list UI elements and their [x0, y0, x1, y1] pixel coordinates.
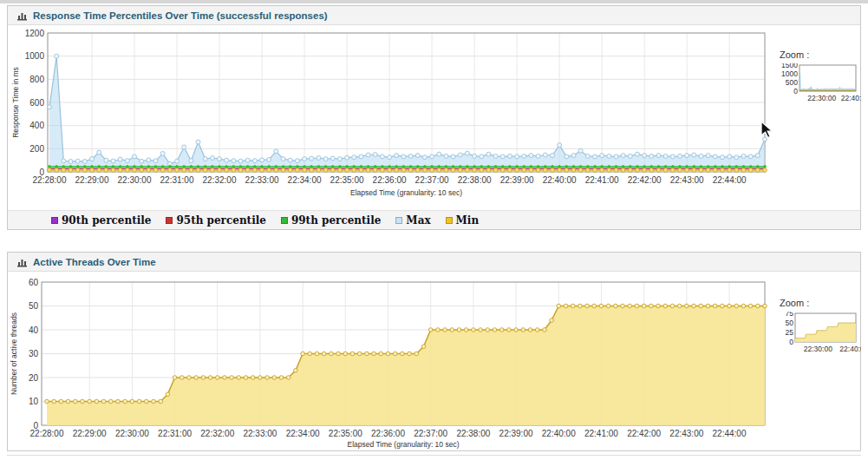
data-point — [161, 166, 164, 168]
data-point — [699, 154, 703, 158]
data-point — [372, 352, 376, 356]
data-point — [367, 166, 369, 168]
response-time-panel-header[interactable]: Response Time Percentiles Over Time (suc… — [8, 6, 860, 25]
data-point — [189, 168, 193, 173]
data-point — [223, 376, 227, 380]
data-point — [621, 304, 625, 308]
x-axis-title: Elapsed Time (granularity: 10 sec) — [348, 440, 460, 449]
data-point — [755, 154, 760, 158]
data-point — [509, 166, 512, 168]
legend-swatch — [166, 217, 173, 224]
data-point — [415, 154, 420, 158]
data-point — [508, 168, 512, 173]
data-point — [339, 166, 342, 168]
legend-swatch — [446, 217, 453, 224]
data-point — [353, 166, 356, 168]
minimap-x-label: 22:40:00 — [841, 94, 861, 102]
data-point — [685, 168, 689, 173]
data-point — [564, 304, 568, 308]
data-point — [693, 166, 695, 168]
data-point — [480, 166, 483, 168]
data-point — [664, 166, 667, 168]
response-time-chart[interactable]: 02004006008001000120022:28:0022:29:0022:… — [8, 25, 862, 212]
data-point — [586, 166, 589, 168]
data-point — [373, 153, 377, 157]
data-point — [600, 154, 604, 158]
x-tick-label: 22:34:00 — [288, 175, 322, 185]
data-point — [218, 157, 222, 161]
data-point — [159, 399, 163, 404]
data-point — [741, 168, 746, 173]
legend-label: 95th percentile — [176, 214, 265, 227]
data-point — [401, 154, 406, 159]
active-threads-chart[interactable]: 010203040506022:28:0022:29:0022:30:0022:… — [8, 272, 862, 452]
data-point — [288, 168, 292, 173]
legend-item-95th-percentile[interactable]: 95th percentile — [166, 214, 265, 227]
minimap-y-label: 0 — [789, 338, 793, 346]
data-point — [196, 140, 200, 144]
data-point — [82, 160, 87, 164]
data-point — [76, 166, 79, 168]
data-point — [544, 166, 546, 168]
series-area-Threads — [47, 306, 765, 426]
data-point — [366, 153, 370, 157]
data-point — [401, 352, 405, 356]
legend-item-99th-percentile[interactable]: 99th percentile — [281, 214, 381, 227]
active-threads-panel-header[interactable]: Active Threads Over Time — [8, 253, 860, 272]
legend-item-90th-percentile[interactable]: 90th percentile — [51, 214, 151, 227]
data-point — [643, 168, 647, 173]
data-point — [126, 168, 130, 173]
data-point — [749, 166, 752, 168]
data-point — [153, 159, 158, 163]
data-point — [671, 168, 675, 173]
data-point — [450, 328, 454, 332]
data-point — [350, 352, 355, 356]
data-point — [189, 159, 193, 163]
data-point — [105, 166, 108, 168]
zoom-minimap-response[interactable]: 05001000150022:30:0022:40:00 — [769, 63, 861, 108]
data-point — [154, 166, 157, 168]
data-point — [90, 168, 95, 173]
data-point — [147, 166, 150, 168]
minimap-y-label: 50 — [786, 319, 794, 327]
data-point — [388, 166, 391, 168]
data-point — [401, 168, 406, 173]
panel-title: Active Threads Over Time — [33, 257, 156, 267]
data-point — [430, 154, 434, 159]
data-point — [464, 328, 468, 332]
data-point — [558, 168, 562, 173]
data-point — [741, 154, 746, 158]
data-point — [614, 154, 618, 159]
minimap-y-label: 1500 — [781, 63, 798, 69]
data-point — [536, 154, 540, 158]
x-tick-label: 22:38:00 — [456, 429, 490, 438]
data-point — [346, 166, 349, 168]
data-point — [118, 157, 122, 161]
legend-item-max[interactable]: Max — [395, 214, 430, 227]
data-point — [211, 168, 215, 173]
data-point — [261, 166, 264, 168]
data-point — [437, 152, 441, 156]
data-point — [628, 154, 632, 158]
data-point — [721, 304, 725, 308]
data-point — [657, 166, 660, 168]
x-tick-label: 22:36:00 — [373, 175, 407, 185]
data-point — [97, 168, 101, 173]
x-tick-label: 22:44:00 — [713, 429, 747, 438]
data-point — [459, 168, 463, 173]
chart-legend: 90th percentile95th percentile99th perce… — [8, 210, 860, 229]
zoom-minimap-threads[interactable]: 025507522:30:0022:40:00 — [769, 312, 861, 360]
data-point — [543, 328, 547, 332]
data-point — [748, 154, 753, 159]
x-tick-label: 22:39:00 — [500, 175, 534, 185]
data-point — [465, 151, 469, 155]
data-point — [678, 168, 682, 173]
data-point — [52, 399, 56, 404]
data-point — [201, 376, 206, 380]
legend-item-min[interactable]: Min — [446, 214, 480, 227]
data-point — [451, 154, 455, 159]
data-point — [238, 168, 243, 173]
data-point — [571, 154, 576, 158]
data-point — [301, 352, 305, 356]
x-tick-label: 22:38:00 — [458, 175, 492, 185]
